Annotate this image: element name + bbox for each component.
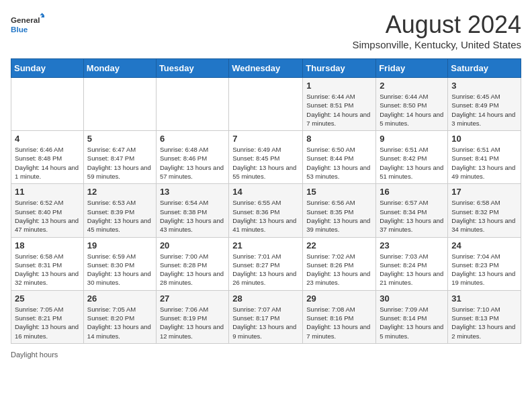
day-number: 12 — [87, 187, 152, 197]
day-info: Sunrise: 6:47 AMSunset: 8:47 PMDaylight:… — [87, 145, 152, 181]
day-info: Sunrise: 7:09 AMSunset: 8:14 PMDaylight:… — [380, 305, 444, 340]
day-info: Sunrise: 7:10 AMSunset: 8:13 PMDaylight:… — [451, 305, 517, 340]
calendar-cell: 6Sunrise: 6:48 AMSunset: 8:46 PMDaylight… — [156, 131, 228, 184]
day-number: 21 — [232, 240, 299, 250]
day-info: Sunrise: 6:57 AMSunset: 8:34 PMDaylight:… — [380, 198, 444, 234]
calendar-week-row: 11Sunrise: 6:52 AMSunset: 8:40 PMDayligh… — [11, 184, 521, 237]
svg-text:Blue: Blue — [11, 25, 28, 34]
calendar-cell: 4Sunrise: 6:46 AMSunset: 8:48 PMDaylight… — [11, 131, 84, 184]
day-info: Sunrise: 6:49 AMSunset: 8:45 PMDaylight:… — [232, 145, 299, 181]
calendar-cell: 21Sunrise: 7:01 AMSunset: 8:27 PMDayligh… — [229, 237, 303, 290]
calendar-cell: 28Sunrise: 7:07 AMSunset: 8:17 PMDayligh… — [229, 290, 303, 343]
calendar-cell: 7Sunrise: 6:49 AMSunset: 8:45 PMDaylight… — [229, 131, 303, 184]
location-subtitle: Simpsonville, Kentucky, United States — [352, 39, 521, 50]
day-info: Sunrise: 6:59 AMSunset: 8:30 PMDaylight:… — [87, 252, 152, 287]
day-number: 31 — [451, 293, 517, 304]
day-info: Sunrise: 6:55 AMSunset: 8:36 PMDaylight:… — [232, 198, 299, 234]
day-number: 13 — [160, 187, 225, 197]
calendar-cell: 10Sunrise: 6:51 AMSunset: 8:41 PMDayligh… — [448, 131, 521, 184]
calendar-day-header: Monday — [83, 59, 156, 78]
calendar-header-row: SundayMondayTuesdayWednesdayThursdayFrid… — [11, 59, 521, 78]
day-number: 15 — [306, 187, 372, 197]
day-number: 25 — [15, 293, 80, 304]
calendar-cell: 17Sunrise: 6:58 AMSunset: 8:32 PMDayligh… — [448, 184, 521, 237]
calendar-cell: 25Sunrise: 7:05 AMSunset: 8:21 PMDayligh… — [11, 290, 84, 343]
day-info: Sunrise: 6:52 AMSunset: 8:40 PMDaylight:… — [15, 198, 80, 234]
calendar-day-header: Friday — [376, 59, 448, 78]
day-info: Sunrise: 7:05 AMSunset: 8:20 PMDaylight:… — [87, 305, 152, 340]
day-info: Sunrise: 7:06 AMSunset: 8:19 PMDaylight:… — [160, 305, 225, 340]
day-info: Sunrise: 6:53 AMSunset: 8:39 PMDaylight:… — [87, 198, 152, 234]
day-number: 30 — [380, 293, 444, 304]
day-info: Sunrise: 6:54 AMSunset: 8:38 PMDaylight:… — [160, 198, 225, 234]
logo: General Blue — [11, 11, 44, 38]
day-number: 29 — [306, 293, 372, 304]
calendar-cell: 20Sunrise: 7:00 AMSunset: 8:28 PMDayligh… — [156, 237, 228, 290]
day-info: Sunrise: 6:50 AMSunset: 8:44 PMDaylight:… — [306, 145, 372, 181]
day-number: 17 — [451, 187, 517, 197]
calendar-cell: 1Sunrise: 6:44 AMSunset: 8:51 PMDaylight… — [303, 78, 376, 131]
calendar-day-header: Tuesday — [156, 59, 228, 78]
day-number: 14 — [232, 187, 299, 197]
month-title: August 2024 — [352, 11, 521, 39]
calendar-week-row: 25Sunrise: 7:05 AMSunset: 8:21 PMDayligh… — [11, 290, 521, 343]
day-number: 22 — [306, 240, 372, 250]
day-info: Sunrise: 7:03 AMSunset: 8:24 PMDaylight:… — [380, 252, 444, 287]
day-number: 20 — [160, 240, 225, 250]
day-number: 28 — [232, 293, 299, 304]
day-info: Sunrise: 7:07 AMSunset: 8:17 PMDaylight:… — [232, 305, 299, 340]
day-number: 26 — [87, 293, 152, 304]
day-number: 18 — [15, 240, 80, 250]
calendar-cell: 13Sunrise: 6:54 AMSunset: 8:38 PMDayligh… — [156, 184, 228, 237]
day-info: Sunrise: 6:48 AMSunset: 8:46 PMDaylight:… — [160, 145, 225, 181]
calendar-cell: 8Sunrise: 6:50 AMSunset: 8:44 PMDaylight… — [303, 131, 376, 184]
calendar-cell: 22Sunrise: 7:02 AMSunset: 8:26 PMDayligh… — [303, 237, 376, 290]
day-number: 6 — [160, 134, 225, 144]
calendar-cell: 27Sunrise: 7:06 AMSunset: 8:19 PMDayligh… — [156, 290, 228, 343]
calendar-cell: 14Sunrise: 6:55 AMSunset: 8:36 PMDayligh… — [229, 184, 303, 237]
calendar-cell: 16Sunrise: 6:57 AMSunset: 8:34 PMDayligh… — [376, 184, 448, 237]
day-info: Sunrise: 6:51 AMSunset: 8:41 PMDaylight:… — [451, 145, 517, 181]
svg-text:General: General — [11, 15, 40, 24]
day-number: 7 — [232, 134, 299, 144]
day-number: 27 — [160, 293, 225, 304]
day-info: Sunrise: 6:45 AMSunset: 8:49 PMDaylight:… — [451, 92, 517, 128]
calendar-cell: 3Sunrise: 6:45 AMSunset: 8:49 PMDaylight… — [448, 78, 521, 131]
calendar-day-header: Wednesday — [229, 59, 303, 78]
day-info: Sunrise: 6:56 AMSunset: 8:35 PMDaylight:… — [306, 198, 372, 234]
day-number: 9 — [380, 134, 444, 144]
calendar-table: SundayMondayTuesdayWednesdayThursdayFrid… — [11, 58, 521, 344]
day-info: Sunrise: 7:00 AMSunset: 8:28 PMDaylight:… — [160, 252, 225, 287]
calendar-cell — [11, 78, 84, 131]
calendar-cell: 26Sunrise: 7:05 AMSunset: 8:20 PMDayligh… — [83, 290, 156, 343]
footer: Daylight hours — [11, 351, 521, 359]
day-info: Sunrise: 7:02 AMSunset: 8:26 PMDaylight:… — [306, 252, 372, 287]
title-block: August 2024 Simpsonville, Kentucky, Unit… — [352, 11, 521, 50]
calendar-day-header: Sunday — [11, 59, 84, 78]
calendar-cell: 23Sunrise: 7:03 AMSunset: 8:24 PMDayligh… — [376, 237, 448, 290]
day-info: Sunrise: 7:05 AMSunset: 8:21 PMDaylight:… — [15, 305, 80, 340]
calendar-cell: 19Sunrise: 6:59 AMSunset: 8:30 PMDayligh… — [83, 237, 156, 290]
calendar-cell: 29Sunrise: 7:08 AMSunset: 8:16 PMDayligh… — [303, 290, 376, 343]
day-info: Sunrise: 7:08 AMSunset: 8:16 PMDaylight:… — [306, 305, 372, 340]
calendar-week-row: 18Sunrise: 6:58 AMSunset: 8:31 PMDayligh… — [11, 237, 521, 290]
day-number: 11 — [15, 187, 80, 197]
calendar-cell — [156, 78, 228, 131]
page-header: General Blue August 2024 Simpsonville, K… — [11, 11, 521, 50]
day-number: 19 — [87, 240, 152, 250]
day-info: Sunrise: 6:46 AMSunset: 8:48 PMDaylight:… — [15, 145, 80, 181]
day-info: Sunrise: 6:58 AMSunset: 8:32 PMDaylight:… — [451, 198, 517, 234]
day-info: Sunrise: 6:44 AMSunset: 8:50 PMDaylight:… — [380, 92, 444, 128]
calendar-day-header: Saturday — [448, 59, 521, 78]
calendar-week-row: 1Sunrise: 6:44 AMSunset: 8:51 PMDaylight… — [11, 78, 521, 131]
calendar-cell: 2Sunrise: 6:44 AMSunset: 8:50 PMDaylight… — [376, 78, 448, 131]
calendar-cell: 5Sunrise: 6:47 AMSunset: 8:47 PMDaylight… — [83, 131, 156, 184]
day-number: 24 — [451, 240, 517, 250]
day-info: Sunrise: 6:44 AMSunset: 8:51 PMDaylight:… — [306, 92, 372, 128]
day-info: Sunrise: 6:58 AMSunset: 8:31 PMDaylight:… — [15, 252, 80, 287]
calendar-cell: 30Sunrise: 7:09 AMSunset: 8:14 PMDayligh… — [376, 290, 448, 343]
calendar-cell — [229, 78, 303, 131]
day-info: Sunrise: 7:01 AMSunset: 8:27 PMDaylight:… — [232, 252, 299, 287]
day-number: 23 — [380, 240, 444, 250]
calendar-week-row: 4Sunrise: 6:46 AMSunset: 8:48 PMDaylight… — [11, 131, 521, 184]
